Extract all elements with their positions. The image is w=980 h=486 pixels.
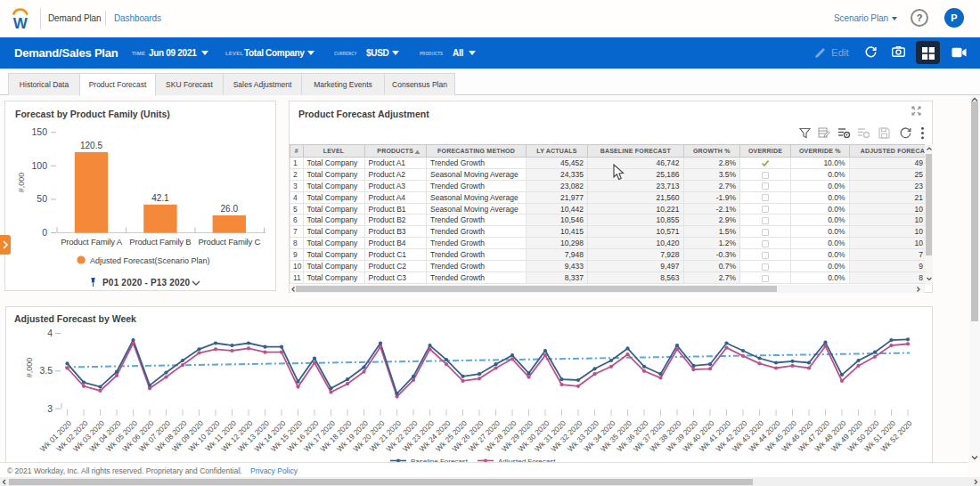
- svg-text:42.1: 42.1: [151, 193, 169, 203]
- svg-text:120.5: 120.5: [80, 141, 102, 150]
- svg-text:Product Family A: Product Family A: [61, 237, 122, 247]
- svg-text:4: 4: [47, 328, 53, 338]
- svg-text:50: 50: [37, 193, 47, 204]
- svg-text:#,000: #,000: [25, 358, 34, 378]
- svg-text:P01 2020 - P13 2020: P01 2020 - P13 2020: [102, 278, 191, 288]
- svg-text:Product Family B: Product Family B: [129, 237, 191, 247]
- svg-text:#,000: #,000: [17, 173, 26, 193]
- svg-text:W: W: [13, 15, 29, 30]
- svg-text:Adjusted Forecast(Scenario Pla: Adjusted Forecast(Scenario Plan): [90, 256, 210, 265]
- svg-text:100: 100: [31, 160, 47, 171]
- svg-text:Product Family C: Product Family C: [198, 237, 260, 247]
- svg-text:0: 0: [42, 227, 47, 238]
- svg-text:26.0: 26.0: [221, 204, 239, 214]
- svg-text:3.5: 3.5: [39, 365, 53, 376]
- svg-text:150: 150: [31, 126, 47, 137]
- svg-text:3: 3: [47, 403, 53, 414]
